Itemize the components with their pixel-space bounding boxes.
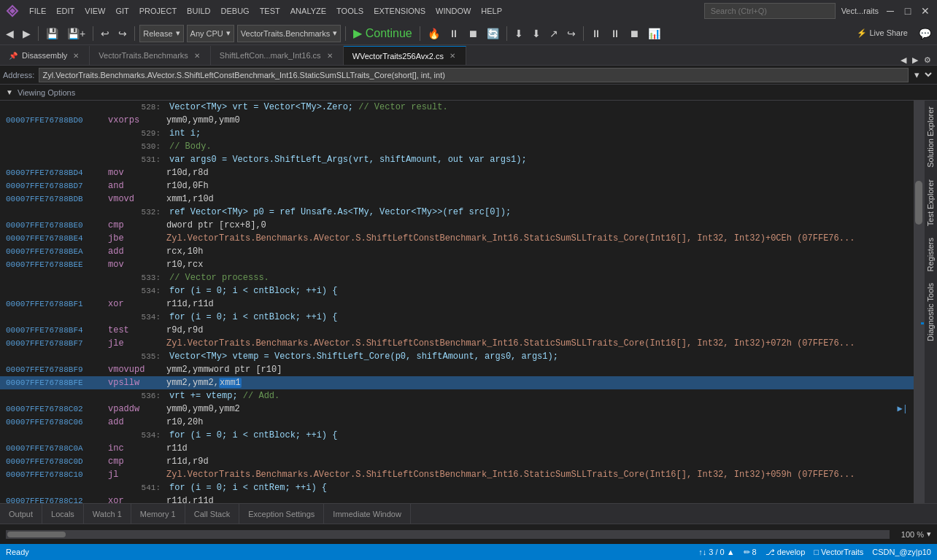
undo-button[interactable]: ↩ bbox=[98, 25, 112, 42]
breakpoints-button[interactable]: ⏸ bbox=[588, 25, 604, 42]
menu-debug[interactable]: DEBUG bbox=[217, 5, 254, 17]
project-dropdown[interactable]: VectorTraits.Benchmarks ▾ bbox=[237, 25, 341, 42]
tab-wvector[interactable]: WVectorTraits256Avx2.cs ✕ bbox=[344, 46, 466, 65]
tab-close-sl[interactable]: ✕ bbox=[325, 51, 334, 61]
close-button[interactable]: ✕ bbox=[919, 5, 931, 17]
config-dropdown[interactable]: Release ▾ bbox=[139, 25, 183, 42]
menu-analyze[interactable]: ANALYZE bbox=[286, 5, 331, 17]
menu-git[interactable]: GIT bbox=[111, 5, 133, 17]
platform-dropdown[interactable]: Any CPU ▾ bbox=[187, 25, 234, 42]
disassembly-panel[interactable]: 528: Vector<TMy> vrt = Vector<TMy>.Zero;… bbox=[0, 101, 924, 503]
list-item: 00007FFE76788BF7 jle Zyl.VectorTraits.Be… bbox=[0, 337, 914, 350]
tab-shiftleft[interactable]: ShiftLeftCon...mark_Int16.cs ✕ bbox=[211, 46, 344, 65]
hscroll-thumb[interactable] bbox=[7, 532, 66, 537]
step-into-button[interactable]: ⬇ bbox=[529, 25, 544, 42]
status-git-sync[interactable]: ↑↓ 3 / 0 ▲ bbox=[698, 548, 734, 557]
save-all-button[interactable]: 💾+ bbox=[64, 25, 88, 42]
sidebar-solution-explorer[interactable]: Solution Explorer bbox=[925, 101, 937, 174]
list-item: 00007FFE76788BE0 cmp dword ptr [rcx+8],0 bbox=[0, 219, 914, 232]
toolbar-separator-6 bbox=[506, 26, 507, 41]
menu-window[interactable]: WINDOW bbox=[431, 5, 475, 17]
list-item: 536: vrt += vtemp; // Add. bbox=[0, 389, 914, 402]
list-item: 00007FFE76788BD0 vxorps ymm0,ymm0,ymm0 bbox=[0, 114, 914, 127]
tab-close-wv[interactable]: ✕ bbox=[448, 51, 457, 61]
status-ready: Ready bbox=[6, 548, 29, 556]
list-item: 534: for (i = 0; i < cntBlock; ++i) { bbox=[0, 429, 914, 442]
live-share-button[interactable]: ⚡ Live Share bbox=[852, 25, 913, 42]
tab-callstack[interactable]: Call Stack bbox=[185, 504, 240, 524]
tab-output[interactable]: Output bbox=[0, 504, 42, 524]
status-project[interactable]: □ VectorTraits bbox=[814, 548, 863, 557]
tab-scroll-left[interactable]: ◀ bbox=[898, 55, 909, 65]
list-item: 00007FFE76788BDB vmovd xmm1,r10d bbox=[0, 192, 914, 206]
tab-close-vtb[interactable]: ✕ bbox=[193, 51, 201, 61]
list-item: 00007FFE76788C0D cmp r11d,r9d bbox=[0, 455, 914, 468]
tab-scroll-right[interactable]: ▶ bbox=[909, 55, 921, 65]
address-history-dropdown[interactable]: ▾ bbox=[909, 69, 934, 81]
list-item: 00007FFE76788BF9 vmovupd ymm2,ymmword pt… bbox=[0, 363, 914, 376]
debug3-button[interactable]: ⏹ bbox=[626, 25, 642, 42]
hot-reload-button[interactable]: 🔥 bbox=[425, 25, 443, 42]
address-input[interactable] bbox=[39, 68, 909, 82]
tab-memory[interactable]: Memory 1 bbox=[131, 504, 185, 524]
tab-vectortraits-benchmarks[interactable]: VectorTraits.Benchmarks ✕ bbox=[90, 46, 210, 65]
tab-disassembly[interactable]: 📌 Disassembly ✕ bbox=[0, 46, 90, 65]
return-button[interactable]: ↪ bbox=[564, 25, 579, 42]
tab-settings-icon[interactable]: ⚙ bbox=[921, 55, 934, 65]
debug2-button[interactable]: ⏸ bbox=[607, 25, 623, 42]
zoom-dropdown-icon[interactable]: ▾ bbox=[927, 529, 931, 539]
pause-button[interactable]: ⏸ bbox=[446, 25, 462, 42]
step-over-button[interactable]: ⬇ bbox=[512, 25, 526, 42]
right-sidebar: Solution Explorer Test Explorer Register… bbox=[924, 101, 937, 503]
tab-close-disassembly[interactable]: ✕ bbox=[72, 51, 80, 61]
menu-view[interactable]: VIEW bbox=[80, 5, 109, 17]
continue-button[interactable]: ▶ Continue bbox=[350, 26, 415, 40]
titlebar-right: Vect...raits ─ □ ✕ bbox=[841, 5, 931, 17]
menu-file[interactable]: FILE bbox=[25, 5, 50, 17]
sidebar-diagnostic-tools[interactable]: Diagnostic Tools bbox=[925, 277, 937, 347]
feedback-button[interactable]: 💬 bbox=[916, 25, 934, 42]
menu-extensions[interactable]: EXTENSIONS bbox=[369, 5, 430, 17]
perf-button[interactable]: 📊 bbox=[645, 25, 663, 42]
nav-back-button[interactable]: ◀ bbox=[3, 25, 17, 42]
save-button[interactable]: 💾 bbox=[43, 25, 61, 42]
list-item: 534: for (i = 0; i < cntBlock; ++i) { bbox=[0, 311, 914, 324]
menu-edit[interactable]: EDIT bbox=[52, 5, 79, 17]
stop-button[interactable]: ⏹ bbox=[465, 25, 481, 42]
menu-project[interactable]: PROJECT bbox=[135, 5, 181, 17]
viewing-options-toggle[interactable]: ▼ bbox=[6, 88, 13, 96]
step-out-button[interactable]: ↗ bbox=[547, 25, 561, 42]
redo-button[interactable]: ↪ bbox=[115, 25, 130, 42]
tab-watch[interactable]: Watch 1 bbox=[84, 504, 131, 524]
maximize-button[interactable]: □ bbox=[902, 5, 914, 17]
horizontal-scrollbar[interactable] bbox=[6, 530, 890, 539]
status-branch[interactable]: ⎇ develop bbox=[766, 548, 806, 557]
menu-build[interactable]: BUILD bbox=[182, 5, 215, 17]
vertical-scrollbar[interactable] bbox=[914, 101, 924, 503]
sidebar-registers[interactable]: Registers bbox=[925, 232, 937, 277]
nav-forward-button[interactable]: ▶ bbox=[20, 25, 34, 42]
status-errors[interactable]: ✏ 8 bbox=[744, 548, 757, 557]
zoom-value[interactable]: 100 % bbox=[901, 530, 924, 539]
menu-test[interactable]: TEST bbox=[255, 5, 285, 17]
restart-button[interactable]: 🔄 bbox=[484, 25, 502, 42]
tab-bar: 📌 Disassembly ✕ VectorTraits.Benchmarks … bbox=[0, 45, 937, 66]
list-item: 529: int i; bbox=[0, 127, 914, 140]
menu-tools[interactable]: TOOLS bbox=[332, 5, 368, 17]
viewing-options-bar: ▼ Viewing Options bbox=[0, 85, 937, 101]
pin-icon: 📌 bbox=[9, 52, 18, 60]
viewing-options-label: Viewing Options bbox=[18, 88, 75, 97]
tab-exception[interactable]: Exception Settings bbox=[239, 504, 324, 524]
tab-immediate[interactable]: Immediate Window bbox=[324, 504, 411, 524]
menu-help[interactable]: HELP bbox=[477, 5, 506, 17]
toolbar-separator-4 bbox=[345, 26, 346, 41]
scrollbar-thumb[interactable] bbox=[915, 181, 922, 225]
minimize-button[interactable]: ─ bbox=[884, 5, 896, 17]
sidebar-test-explorer[interactable]: Test Explorer bbox=[925, 174, 937, 232]
list-item: 00007FFE76788BFE vpsllw ymm2,ymm2,xmm1 bbox=[0, 376, 914, 389]
list-item: 535: Vector<TMy> vtemp = Vectors.ShiftLe… bbox=[0, 350, 914, 363]
tab-locals[interactable]: Locals bbox=[42, 504, 84, 524]
list-item: 00007FFE76788BE4 jbe Zyl.VectorTraits.Be… bbox=[0, 232, 914, 245]
search-input[interactable] bbox=[704, 3, 836, 19]
status-account[interactable]: CSDN_@zy|p10 bbox=[872, 548, 931, 557]
